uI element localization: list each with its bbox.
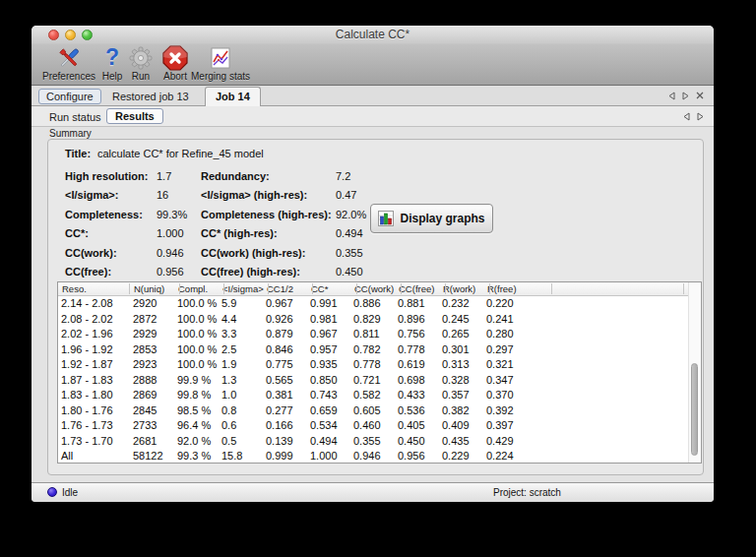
tab-restored-job-13[interactable]: Restored job 13	[112, 91, 189, 102]
column-header[interactable]: <I/sigma>	[222, 282, 264, 295]
table-row[interactable]: 1.83 - 1.80286999.8 %1.00.3810.7430.5820…	[58, 388, 701, 403]
table-cell: 0.811	[353, 327, 380, 342]
table-cell: 0.846	[266, 342, 293, 358]
main-tab-bar: Configure Restored job 13 Job 14	[32, 86, 714, 106]
stat-label: CC(work) (high-res):	[201, 247, 305, 260]
preferences-label: Preferences	[42, 71, 95, 83]
table-cell: 0.698	[398, 373, 425, 389]
toolbar: Preferences ? Help	[32, 42, 714, 84]
table-cell: 0.935	[310, 357, 338, 373]
table-cell: 3.3	[221, 327, 236, 342]
table-cell: 100.0 %	[177, 342, 217, 358]
table-row[interactable]: 2.02 - 1.962929100.0 %3.30.8790.9670.811…	[58, 327, 701, 342]
tab-close-icon[interactable]	[696, 92, 704, 99]
summary-panel: Title: calculate CC* for Refine_45 model…	[47, 139, 704, 475]
preferences-button[interactable]: Preferences	[37, 43, 100, 83]
table-cell: 0.355	[353, 434, 381, 450]
column-divider	[683, 283, 684, 294]
table-cell: 2920	[133, 296, 157, 312]
column-header[interactable]: CC*	[311, 282, 328, 295]
table-cell: 0.946	[353, 449, 381, 464]
column-header[interactable]: R(work)	[443, 282, 475, 295]
column-divider	[179, 283, 180, 294]
table-cell: 0.881	[398, 296, 425, 312]
help-button[interactable]: ? Help	[96, 43, 128, 83]
stat-label: CC(work):	[65, 247, 117, 260]
table-cell: 0.245	[442, 312, 470, 328]
table-row[interactable]: 1.96 - 1.922853100.0 %2.50.8460.9570.782…	[58, 342, 701, 358]
display-graphs-button[interactable]: Display graphs	[370, 204, 493, 233]
table-cell: 0.605	[353, 403, 381, 419]
table-row[interactable]: 1.80 - 1.76284598.5 %0.80.2770.6590.6050…	[58, 403, 701, 419]
column-header[interactable]: CC(free)	[399, 282, 434, 295]
table-cell: 0.778	[353, 357, 381, 373]
table-cell: 0.829	[353, 312, 381, 328]
results-table: Reso.N(uniq)Compl.<I/sigma>CC1/2CC*CC(wo…	[57, 281, 702, 464]
table-cell: 0.494	[310, 434, 338, 450]
title-label: Title:	[65, 148, 91, 160]
table-row[interactable]: 1.92 - 1.872923100.0 %1.90.7750.9350.778…	[58, 357, 701, 373]
merging-stats-button[interactable]: Merging stats	[189, 43, 252, 83]
column-header[interactable]: Compl.	[178, 282, 208, 295]
table-cell: 0.879	[266, 327, 293, 342]
table-cell: 99.8 %	[177, 388, 211, 403]
tab-scroll-left-icon[interactable]	[668, 92, 675, 100]
abort-label: Abort	[163, 71, 187, 83]
table-row[interactable]: 1.76 - 1.73273396.4 %0.60.1660.5340.4600…	[58, 418, 701, 434]
table-cell: 100.0 %	[177, 327, 217, 342]
window-chrome: Calculate CC* Preferences	[32, 26, 714, 86]
tab-results[interactable]: Results	[106, 108, 163, 124]
table-cell: 0.659	[310, 403, 338, 419]
table-cell: 0.139	[266, 434, 293, 450]
subtab-scroll-right-icon[interactable]	[697, 112, 704, 121]
table-cell: 2872	[133, 312, 157, 328]
run-button[interactable]: Run	[126, 43, 156, 83]
tab-scroll-right-icon[interactable]	[682, 92, 689, 100]
stat-label: CC* (high-res):	[201, 227, 278, 240]
column-header[interactable]: CC1/2	[267, 282, 293, 295]
abort-button[interactable]: Abort	[158, 43, 193, 83]
table-cell: 0.328	[442, 373, 470, 389]
table-cell: 0.392	[486, 403, 514, 419]
table-cell: 58122	[133, 449, 163, 464]
table-cell: 1.000	[310, 449, 338, 464]
table-cell: 0.6	[221, 418, 236, 434]
scrollbar-thumb[interactable]	[691, 363, 698, 456]
table-scrollbar[interactable]	[688, 282, 701, 463]
column-divider	[268, 283, 269, 294]
column-header[interactable]: CC(work)	[354, 282, 394, 295]
stat-value: 0.956	[157, 266, 184, 278]
table-row[interactable]: 1.73 - 1.70268192.0 %0.50.1390.4940.3550…	[58, 434, 701, 450]
stat-value: 99.3%	[157, 209, 187, 221]
table-cell: 1.0	[221, 388, 236, 403]
sub-tab-bar: Run status Results	[32, 106, 714, 127]
tab-run-status[interactable]: Run status	[49, 111, 101, 123]
table-cell: 0.382	[442, 403, 470, 419]
summary-section-label: Summary	[49, 128, 92, 139]
tab-configure[interactable]: Configure	[38, 89, 101, 104]
table-cell: 0.381	[266, 388, 293, 403]
table-cell: 2.14 - 2.08	[61, 296, 113, 312]
table-row[interactable]: 2.14 - 2.082920100.0 %5.90.9670.9910.886…	[58, 296, 701, 312]
table-row[interactable]: 1.87 - 1.83288899.9 %1.30.5650.8500.7210…	[58, 373, 701, 389]
stat-value: 0.355	[336, 247, 363, 260]
tab-job-14[interactable]: Job 14	[205, 87, 261, 106]
table-row[interactable]: All5812299.3 %15.80.9991.0000.9460.9560.…	[58, 449, 701, 464]
table-cell: 2681	[133, 434, 157, 450]
table-row[interactable]: 2.08 - 2.022872100.0 %4.40.9260.9810.829…	[58, 312, 701, 328]
table-cell: 0.357	[442, 388, 470, 403]
table-cell: 1.9	[221, 357, 236, 373]
column-header[interactable]: N(uniq)	[134, 282, 164, 295]
subtab-scroll-left-icon[interactable]	[683, 112, 690, 121]
column-header[interactable]: R(free)	[487, 282, 517, 295]
column-header[interactable]: Reso.	[62, 282, 87, 295]
table-cell: 0.429	[486, 434, 514, 450]
status-indicator-icon	[47, 487, 57, 497]
stat-label: Redundancy:	[201, 170, 270, 183]
tools-icon	[55, 44, 83, 71]
table-cell: 5.9	[221, 296, 236, 312]
table-cell: 2923	[133, 357, 157, 373]
column-divider	[489, 283, 490, 294]
table-cell: 0.8	[221, 403, 236, 419]
window-title: Calculate CC*	[32, 28, 714, 41]
